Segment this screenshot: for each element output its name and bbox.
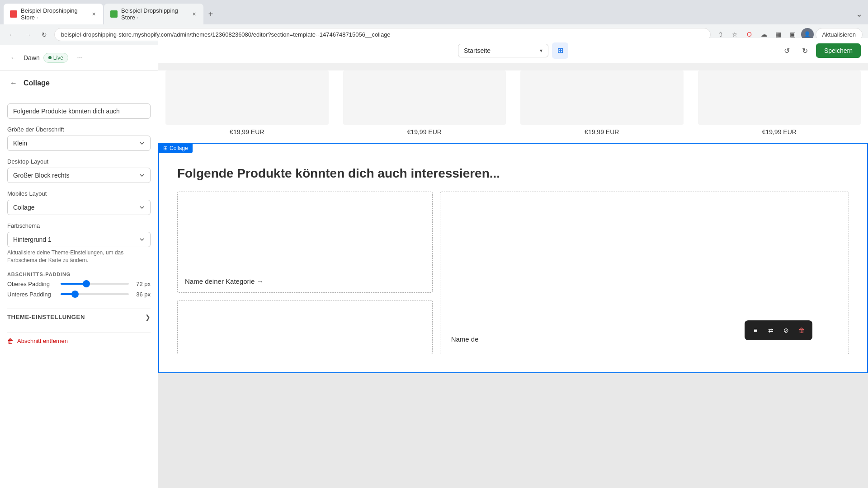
tab-label-1: Beispiel Dropshipping Store ·: [21, 7, 87, 21]
page-select-chevron-icon: ▾: [540, 47, 542, 54]
tab-favicon-2: [110, 10, 118, 18]
sidebar-section-header: ← Collage: [0, 70, 158, 96]
save-button[interactable]: Speichern: [816, 43, 861, 58]
sidebar: ← Dawn Live ··· ← Collage Größe der Über…: [0, 45, 158, 488]
tab-inactive[interactable]: Beispiel Dropshipping Store · ✕: [104, 4, 203, 24]
collage-grid: Name deiner Kategorie → Name de: [177, 192, 849, 354]
page-select-label: Startseite: [464, 47, 491, 54]
floating-toolbar: ≡ ⇄ ⊘ 🗑: [745, 320, 812, 340]
toolbar-swap-button[interactable]: ⇄: [764, 323, 778, 338]
mobile-layout-group: Mobiles Layout Collage Spalte Raster: [7, 190, 151, 215]
color-scheme-label: Farbschema: [7, 222, 151, 229]
padding-section-heading: ABSCHNITTS-PADDING: [7, 272, 151, 277]
trash-icon: 🗑: [7, 338, 14, 345]
theme-name: Dawn: [24, 54, 40, 61]
toolbar-link-button[interactable]: ⊘: [779, 323, 793, 338]
desktop-layout-select[interactable]: Großer Block rechts Großer Block links R…: [7, 168, 151, 183]
product-price-1: €19,99 EUR: [165, 128, 329, 136]
product-image-1: [165, 70, 329, 125]
collage-block-bottom-left[interactable]: [177, 300, 433, 354]
collage-tag-label: Collage: [170, 145, 188, 151]
product-image-2: [343, 70, 506, 125]
theme-settings-row[interactable]: THEME-EINSTELLUNGEN ❯: [7, 309, 151, 325]
collage-section-tag: ⊞ Collage: [159, 143, 193, 153]
sidebar-back-button[interactable]: ←: [7, 77, 20, 89]
product-image-4: [698, 70, 861, 125]
bottom-padding-value: 36 px: [132, 291, 151, 298]
collage-block-right[interactable]: Name de ≡ ⇄ ⊘ 🗑: [440, 192, 849, 354]
bottom-padding-label: Unteres Padding: [7, 291, 57, 298]
tab-label-2: Beispiel Dropshipping Store ·: [121, 7, 187, 21]
padding-group: ABSCHNITTS-PADDING Oberes Padding 72 px …: [7, 272, 151, 301]
desktop-layout-label: Desktop-Layout: [7, 158, 151, 165]
top-padding-row: Oberes Padding 72 px: [7, 281, 151, 287]
more-options-button[interactable]: ···: [74, 52, 86, 64]
collage-block-top-left[interactable]: Name deiner Kategorie →: [177, 192, 433, 293]
collage-left-column: Name deiner Kategorie →: [177, 192, 433, 354]
live-label: Live: [53, 55, 63, 61]
tab-add-button[interactable]: +: [204, 8, 217, 20]
desktop-layout-group: Desktop-Layout Großer Block rechts Große…: [7, 158, 151, 183]
app-layout: ← Dawn Live ··· ← Collage Größe der Über…: [0, 45, 868, 488]
back-nav-button[interactable]: ←: [5, 28, 18, 41]
product-price-4: €19,99 EUR: [698, 128, 861, 136]
right-controls: ↺ ↻ Speichern: [780, 38, 861, 63]
tab-bar: Beispiel Dropshipping Store · ✕ Beispiel…: [0, 0, 868, 24]
collage-tag-icon: ⊞: [163, 145, 168, 151]
delete-section-button[interactable]: 🗑 Abschnitt entfernen: [7, 333, 151, 349]
size-group: Größe der Überschrift Klein Mittel Groß: [7, 126, 151, 151]
live-dot: [48, 56, 52, 59]
theme-settings-chevron-icon: ❯: [145, 314, 151, 321]
sidebar-body: Größe der Überschrift Klein Mittel Groß …: [0, 96, 158, 357]
product-price-3: €19,99 EUR: [520, 128, 684, 136]
bottom-padding-row: Unteres Padding 36 px: [7, 291, 151, 298]
top-padding-value: 72 px: [132, 281, 151, 287]
color-scheme-select[interactable]: Hintergrund 1 Hintergrund 2 Hintergrund …: [7, 232, 151, 247]
sidebar-section-title: Collage: [24, 79, 50, 87]
undo-button[interactable]: ↺: [780, 43, 794, 58]
mobile-layout-label: Mobiles Layout: [7, 190, 151, 197]
theme-settings-label: THEME-EINSTELLUNGEN: [7, 314, 85, 320]
heading-input-group: [7, 103, 151, 119]
product-card-4: €19,99 EUR: [691, 70, 868, 143]
product-price-2: €19,99 EUR: [343, 128, 506, 136]
toolbar-delete-button[interactable]: 🗑: [794, 323, 809, 338]
tab-favicon-1: [10, 10, 17, 18]
tab-close-1[interactable]: ✕: [90, 10, 97, 18]
preview-scroll[interactable]: €19,99 EUR €19,99 EUR €19,99 EUR €19,99 …: [158, 70, 868, 488]
mobile-layout-select[interactable]: Collage Spalte Raster: [7, 200, 151, 215]
top-padding-label: Oberes Padding: [7, 281, 57, 287]
toolbar-move-up-button[interactable]: ≡: [748, 323, 763, 338]
collage-block-label-1: Name deiner Kategorie →: [185, 277, 263, 285]
color-help-text: Aktualisiere deine Theme-Einstellungen, …: [7, 249, 151, 264]
product-image-3: [520, 70, 684, 125]
product-card-2: €19,99 EUR: [336, 70, 514, 143]
viewport-select-button[interactable]: ⊞: [552, 42, 568, 59]
preview-content: €19,99 EUR €19,99 EUR €19,99 EUR €19,99 …: [158, 70, 868, 373]
live-badge: Live: [43, 53, 68, 63]
collage-section[interactable]: ⊞ Collage Folgende Produkte könnten dich…: [158, 143, 868, 373]
bottom-padding-slider[interactable]: [61, 293, 129, 295]
sidebar-home-button[interactable]: ←: [7, 52, 20, 64]
preview-area: €19,99 EUR €19,99 EUR €19,99 EUR €19,99 …: [158, 70, 868, 488]
editor-top-bar: Startseite ▾ ⊞: [158, 38, 868, 63]
size-label: Größe der Überschrift: [7, 126, 151, 133]
reload-button[interactable]: ↻: [38, 28, 51, 41]
collage-block-label-right: Name de: [451, 335, 479, 343]
tab-active[interactable]: Beispiel Dropshipping Store · ✕: [4, 4, 103, 24]
top-padding-slider[interactable]: [61, 283, 129, 285]
product-row: €19,99 EUR €19,99 EUR €19,99 EUR €19,99 …: [158, 70, 868, 143]
forward-nav-button[interactable]: →: [22, 28, 34, 41]
sidebar-top-bar: ← Dawn Live ···: [0, 45, 158, 70]
tab-more-button[interactable]: ⌄: [854, 9, 864, 19]
page-select[interactable]: Startseite ▾: [458, 44, 548, 57]
address-text: beispiel-dropshipping-store.myshopify.co…: [61, 31, 704, 38]
product-card-3: €19,99 EUR: [513, 70, 691, 143]
tab-close-2[interactable]: ✕: [191, 10, 197, 18]
color-scheme-group: Farbschema Hintergrund 1 Hintergrund 2 H…: [7, 222, 151, 264]
heading-input[interactable]: [7, 103, 151, 119]
size-select[interactable]: Klein Mittel Groß: [7, 136, 151, 151]
redo-button[interactable]: ↻: [798, 43, 812, 58]
delete-section-label: Abschnitt entfernen: [17, 338, 68, 344]
collage-heading: Folgende Produkte könnten dich auch inte…: [177, 166, 849, 181]
